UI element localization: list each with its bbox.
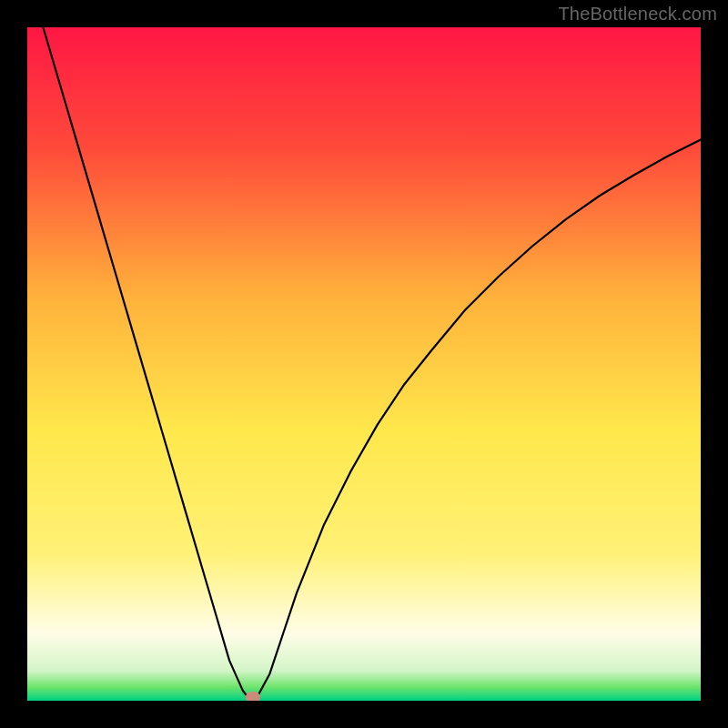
gradient-background (27, 27, 701, 701)
bottleneck-chart (27, 27, 701, 701)
chart-frame: TheBottleneck.com (0, 0, 728, 728)
plot-area (27, 27, 701, 701)
watermark-text: TheBottleneck.com (558, 4, 717, 25)
